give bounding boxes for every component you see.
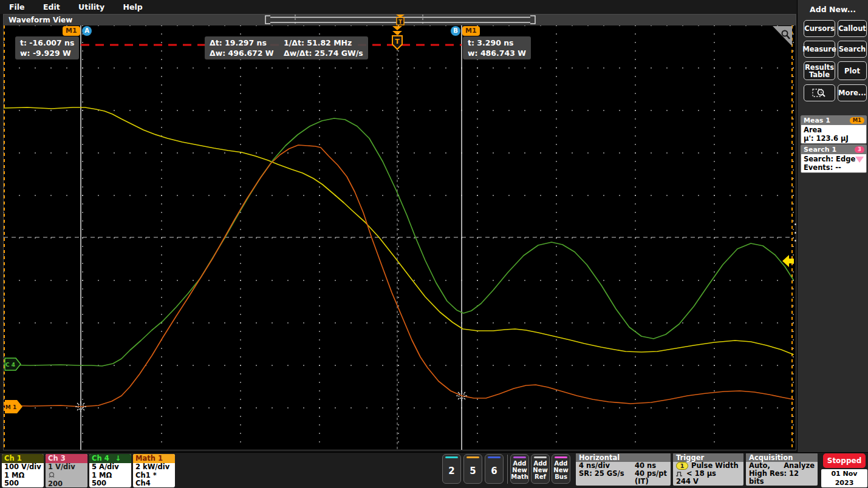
waveform-view: Waveform View T bbox=[3, 14, 796, 450]
cursor-a-source-badge[interactable]: M1 bbox=[63, 26, 80, 36]
add-new-ref-button[interactable]: Add New Ref bbox=[531, 454, 550, 484]
ch1-badge[interactable]: Ch 1 100 V/div 1 MΩ 500 MHzBw bbox=[2, 454, 44, 487]
horizontal-overview-bar[interactable]: T bbox=[262, 15, 539, 25]
acquisition-panel[interactable]: Acquisition Auto, Analyze High Res: 12 b… bbox=[746, 453, 818, 486]
math1-badge[interactable]: Math 1 2 kW/div Ch1 * Ch4 bbox=[133, 454, 175, 487]
trigger-marker[interactable]: T bbox=[392, 26, 402, 49]
search-mark-icon bbox=[855, 157, 864, 163]
waveform-view-title: Waveform View bbox=[9, 16, 72, 24]
math1-name: Math 1 bbox=[133, 454, 175, 463]
divider bbox=[507, 455, 508, 484]
waveform-overlay: T C 4 M 1 bbox=[4, 25, 796, 450]
cursor-delta-readout: Δt: 19.297 ns 1/Δt: 51.82 MHz Δw: 496.67… bbox=[205, 36, 368, 59]
pulse-width-icon bbox=[676, 471, 684, 476]
trigger-level: 244 V bbox=[676, 478, 740, 486]
overview-trigger-flag: T bbox=[398, 19, 403, 25]
cursor-a-badge[interactable]: A bbox=[82, 26, 92, 36]
more-button[interactable]: More... bbox=[838, 84, 867, 101]
search1-events: Events: -- bbox=[804, 163, 864, 172]
menu-bar: File Edit Utility Help bbox=[0, 0, 868, 14]
cursor-a-readout: t: -16.007 ns w: -9.929 W bbox=[15, 36, 79, 59]
ch6-button[interactable]: 6 bbox=[485, 454, 504, 484]
meas1-type: Area bbox=[804, 126, 864, 134]
cursor-b-readout: t: 3.290 ns w: 486.743 W bbox=[463, 36, 531, 59]
add-new-bus-button[interactable]: Add New Bus bbox=[552, 454, 570, 484]
meas1-badge: M1 bbox=[850, 117, 864, 124]
ch2-color-stripe bbox=[445, 456, 458, 458]
cursors-button[interactable]: Cursors bbox=[804, 20, 835, 37]
oscilloscope-screen: File Edit Utility Help Waveform View T bbox=[0, 0, 868, 488]
ch4-marker[interactable]: C 4 bbox=[5, 358, 21, 370]
overview-left-bracket bbox=[265, 16, 270, 24]
sidebar: Add New... Cursors Callout Measure Searc… bbox=[797, 0, 868, 452]
bottom-bar: Ch 1 100 V/div 1 MΩ 500 MHzBw Ch 3 1 V/d… bbox=[0, 452, 868, 488]
ch6-color-stripe bbox=[488, 456, 501, 458]
offset-down-arrow-icon: ↓ bbox=[115, 454, 121, 463]
trigger-type: Pulse Width bbox=[691, 461, 739, 470]
meas1-panel[interactable]: Meas 1 M1 Area µ': 123.6 µJ bbox=[801, 115, 867, 144]
trigger-panel[interactable]: Trigger 1Pulse Width < 18 µs 244 V bbox=[673, 453, 743, 486]
search1-header: Search 1 3 bbox=[801, 145, 866, 154]
ch4-name: Ch 4 bbox=[92, 454, 109, 463]
ch1-trace bbox=[4, 107, 793, 354]
ch3-badge[interactable]: Ch 3 1 V/div 200 MHzBw bbox=[46, 454, 87, 487]
horizontal-panel[interactable]: Horizontal 4 ns/div 40 ns SR: 25 GS/s 40… bbox=[576, 453, 671, 486]
ch4-badge[interactable]: Ch 4 ↓ 5 A/div 1 MΩ 500 MHzBw bbox=[89, 454, 131, 487]
add-new-math-button[interactable]: Add New Math bbox=[510, 454, 529, 484]
run-stop-button[interactable]: Stopped bbox=[823, 453, 866, 468]
trigger-flag-label: T bbox=[395, 38, 400, 46]
horizontal-title: Horizontal bbox=[576, 453, 671, 462]
trigger-title: Trigger bbox=[673, 453, 743, 462]
menu-help[interactable]: Help bbox=[123, 0, 143, 14]
menu-edit[interactable]: Edit bbox=[43, 0, 60, 14]
plot-button[interactable]: Plot bbox=[838, 61, 867, 80]
datetime-display: 01 Nov 2023 9:37:20 AM bbox=[821, 469, 867, 487]
zoom-corner-icon[interactable] bbox=[773, 26, 792, 46]
svg-text:M 1: M 1 bbox=[5, 404, 16, 410]
waveform-view-titlebar: Waveform View T bbox=[4, 15, 796, 25]
callout-button[interactable]: Callout bbox=[838, 20, 867, 37]
search1-panel[interactable]: Search 1 3 Search: Edge Events: -- bbox=[801, 144, 867, 173]
ch4-trace bbox=[4, 118, 793, 366]
ch5-button[interactable]: 5 bbox=[463, 454, 482, 484]
acquisition-title: Acquisition bbox=[746, 453, 818, 462]
search-button[interactable]: Search bbox=[838, 41, 867, 58]
zoom-select-icon bbox=[812, 87, 827, 98]
overview-right-bracket bbox=[530, 16, 535, 24]
ch3-name: Ch 3 bbox=[46, 454, 87, 463]
menu-file[interactable]: File bbox=[9, 0, 25, 14]
meas1-header: Meas 1 M1 bbox=[801, 116, 866, 125]
measure-button[interactable]: Measure bbox=[804, 41, 835, 58]
results-table-button[interactable]: Results Table bbox=[804, 61, 835, 80]
ch5-color-stripe bbox=[466, 456, 479, 458]
svg-text:C 4: C 4 bbox=[5, 362, 15, 368]
cursor-b-badge[interactable]: B bbox=[451, 26, 460, 36]
cursor-b-source-badge[interactable]: M1 bbox=[462, 26, 480, 36]
probe-icon bbox=[48, 472, 85, 481]
ch2-button[interactable]: 2 bbox=[442, 454, 461, 484]
date: 01 Nov 2023 bbox=[821, 469, 867, 487]
ch1-name: Ch 1 bbox=[2, 454, 44, 463]
panel-splitter-handle[interactable] bbox=[793, 223, 798, 242]
math1-trace bbox=[4, 145, 793, 407]
acq-resolution: High Res: 12 bits bbox=[749, 470, 815, 486]
zoom-mode-button[interactable] bbox=[804, 84, 835, 101]
search1-badge: 3 bbox=[855, 146, 864, 153]
trigger-condition: < 18 µs bbox=[686, 469, 716, 478]
meas1-value: µ': 123.6 µJ bbox=[804, 134, 864, 143]
add-new-title: Add New... bbox=[798, 5, 868, 14]
math1-marker[interactable]: M 1 bbox=[5, 400, 22, 413]
menu-utility[interactable]: Utility bbox=[78, 0, 104, 14]
